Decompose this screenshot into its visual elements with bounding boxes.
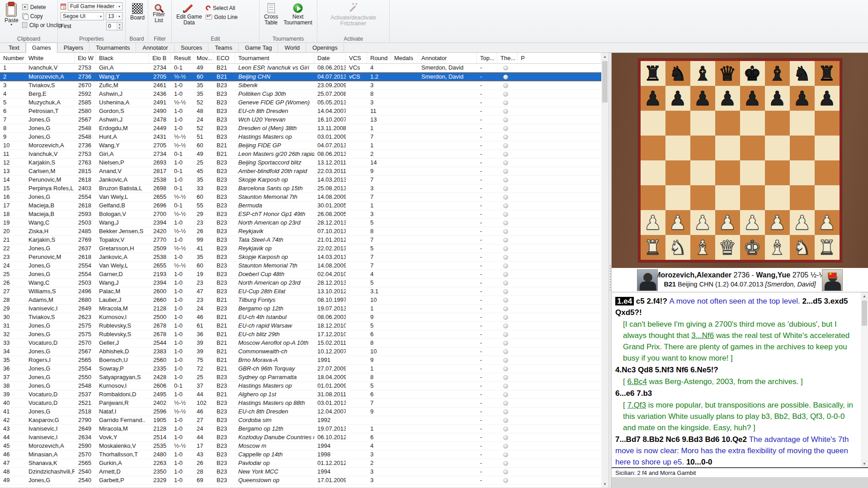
board-square[interactable]: ♞: [665, 61, 690, 86]
board-square[interactable]: ♜: [815, 61, 840, 86]
board-square[interactable]: ♟: [715, 86, 740, 111]
table-row[interactable]: 14Perunovic,M2618Jankovic,A25381-035B23S…: [0, 176, 601, 184]
table-row[interactable]: 44Ivanisevic,I2634Vovk,Y25141-044B23Kozl…: [0, 433, 601, 442]
table-row[interactable]: 13Carlsen,M2815Anand,V28170-145B23Amber-…: [0, 167, 601, 176]
board-square[interactable]: [765, 185, 790, 210]
board-square[interactable]: ♚: [740, 61, 765, 86]
board-square[interactable]: [790, 185, 815, 210]
font-select[interactable]: Segoe UI ▼: [61, 12, 104, 20]
table-row[interactable]: 24Jones,G2554Van Wely,L2655½-½60B23Staun…: [0, 262, 601, 270]
board-square[interactable]: [740, 185, 765, 210]
board-square[interactable]: [740, 160, 765, 185]
column-header-the[interactable]: The...: [497, 53, 518, 63]
column-header-eco[interactable]: ECO: [213, 53, 235, 63]
board-square[interactable]: ♞: [790, 235, 815, 260]
column-header-elo-w[interactable]: Elo W: [75, 53, 96, 63]
notation-scrollbar-thumb[interactable]: [862, 300, 867, 326]
board-square[interactable]: ♜: [641, 235, 665, 260]
board-square[interactable]: ♛: [715, 235, 740, 260]
column-header-elo-b[interactable]: Elo B: [149, 53, 171, 63]
board-square[interactable]: ♟: [790, 86, 815, 111]
notation-scroll-down-icon[interactable]: ▼: [861, 460, 868, 467]
scroll-up-icon[interactable]: ▲: [601, 53, 609, 60]
font-size-select[interactable]: 13 ▼: [106, 12, 123, 20]
next-tournament-button[interactable]: Next Tournament: [282, 2, 314, 35]
table-row[interactable]: 36Jones,G2554Sowray,P23351-072B21GBR-ch …: [0, 365, 601, 373]
board-square[interactable]: ♟: [765, 86, 790, 111]
move-text[interactable]: 6...e6 7.b3: [615, 389, 652, 398]
copy-button[interactable]: Copy: [22, 12, 61, 20]
board-square[interactable]: [765, 160, 790, 185]
board-square[interactable]: ♞: [790, 61, 815, 86]
board-square[interactable]: [690, 185, 715, 210]
table-row[interactable]: 5Muzychuk,A2585Ushenina,A2491½-½52B23Gen…: [0, 99, 601, 107]
board-square[interactable]: ♝: [765, 235, 790, 260]
delete-button[interactable]: ✕ Delete: [22, 3, 61, 11]
tab-sources[interactable]: Sources: [175, 42, 209, 52]
board-square[interactable]: [790, 111, 815, 136]
table-row[interactable]: 46Minasian,A2570Thorhallsson,T24801-043B…: [0, 450, 601, 459]
table-row[interactable]: 30Tiviakov,S2623Kurnosov,I25001-046B21EU…: [0, 313, 601, 322]
table-row[interactable]: 11Ivanchuk,V2753Giri,A27340-149B21Leon M…: [0, 150, 601, 159]
header-format-select[interactable]: Full Game Header ▼: [68, 2, 123, 10]
variation-move-link[interactable]: 7.Qf3: [627, 401, 646, 409]
table-row[interactable]: 34Jones,G2567Abhishek,D23831-039B21Commo…: [0, 347, 601, 356]
board-square[interactable]: [665, 136, 690, 160]
column-header-tournament[interactable]: Tournament: [235, 53, 314, 63]
board-square[interactable]: [765, 111, 790, 136]
notation-pane[interactable]: ▲ ▼ 1.e4 c5 2.f4!? A move not often seen…: [612, 292, 868, 467]
table-row[interactable]: 39Vocaturo,D2537Rombaldoni,D24951-044B21…: [0, 390, 601, 399]
variation-move-link[interactable]: 6.Bc4: [627, 377, 646, 386]
column-header-medals[interactable]: Medals: [391, 53, 418, 63]
board-square[interactable]: [815, 111, 840, 136]
table-row[interactable]: 37Jones,G2550Satyapragyan,S24281-025B23S…: [0, 373, 601, 382]
tab-players[interactable]: Players: [57, 42, 90, 52]
column-header-black[interactable]: Black: [96, 53, 149, 63]
table-row[interactable]: 43Ivanisevic,I2649Miracola,M21281-024B23…: [0, 425, 601, 433]
filter-list-button[interactable]: Filter List: [151, 2, 167, 35]
scroll-down-icon[interactable]: ▼: [601, 480, 609, 488]
table-row[interactable]: 49Jones,G2540Garbett,P23291-069B23Queens…: [0, 476, 601, 485]
table-row[interactable]: 22Jones,G2637Gretarsson,H2509½-½41B23Rey…: [0, 244, 601, 253]
board-square[interactable]: [665, 185, 690, 210]
table-row[interactable]: 6Petrosian,T2580Gordon,S24901-048B23EU-c…: [0, 107, 601, 116]
board-square[interactable]: ♞: [665, 235, 690, 260]
first-spinner-arrows[interactable]: ▲▼: [117, 23, 122, 30]
tab-world[interactable]: World: [278, 42, 306, 52]
board-square[interactable]: ♟: [765, 210, 790, 235]
table-row[interactable]: 48Dzindzichashvili,R2540Arnett,D23501-02…: [0, 468, 601, 476]
table-row[interactable]: 21Karjakin,S2769Topalov,V27701-099B23Tat…: [0, 236, 601, 244]
board-square[interactable]: ♟: [690, 210, 715, 235]
tab-openings[interactable]: Openings: [306, 42, 344, 52]
board-square[interactable]: ♜: [641, 61, 665, 86]
column-header-result[interactable]: Result: [171, 53, 193, 63]
edit-game-data-button[interactable]: Edit Game Data: [175, 2, 204, 35]
table-row[interactable]: 40Vocaturo,D2521Panjwani,R2402½-½102B23H…: [0, 399, 601, 408]
board-square[interactable]: [690, 136, 715, 160]
board-square[interactable]: [790, 160, 815, 185]
board-square[interactable]: [641, 160, 665, 185]
table-row[interactable]: 35Rogers,I2565Boensch,U25601-075B21Brno …: [0, 356, 601, 365]
board-square[interactable]: [641, 185, 665, 210]
board-square[interactable]: ♟: [715, 210, 740, 235]
table-row[interactable]: 9Jones,G2548Hunt,A2431½-½51B23Hastings M…: [0, 133, 601, 141]
board-square[interactable]: [715, 185, 740, 210]
table-row[interactable]: 38Jones,G2548Kurnosov,I26060-137B23Hasti…: [0, 382, 601, 390]
table-row[interactable]: 28Adams,M2680Lautier,J26601-023B21Tilbur…: [0, 296, 601, 305]
board-square[interactable]: [740, 136, 765, 160]
board-square[interactable]: [665, 160, 690, 185]
first-spinner[interactable]: 0 ▲▼: [106, 22, 123, 30]
column-header-top[interactable]: Top...: [477, 53, 497, 63]
table-row[interactable]: 20Ziska,H2485Bekker Jensen,S2420½-½26B23…: [0, 227, 601, 236]
variation-move-link[interactable]: 3...Nf6: [691, 331, 714, 340]
board-square[interactable]: ♟: [665, 86, 690, 111]
table-row[interactable]: 8Jones,G2548Erdogdu,M24491-052B23Dresden…: [0, 124, 601, 133]
board-square[interactable]: [715, 111, 740, 136]
table-row[interactable]: 12Karjakin,S2763Nielsen,P26931-025B23Bei…: [0, 159, 601, 167]
board-square[interactable]: ♟: [815, 86, 840, 111]
board-square[interactable]: ♟: [641, 86, 665, 111]
table-row[interactable]: 15Perpinya Rofes,L2403Bruzon Batista,L26…: [0, 184, 601, 193]
table-row[interactable]: 26Wang,C2503Wang,J23941-023B23North Amer…: [0, 279, 601, 287]
tab-games[interactable]: Games: [26, 42, 57, 53]
board-square[interactable]: [765, 136, 790, 160]
